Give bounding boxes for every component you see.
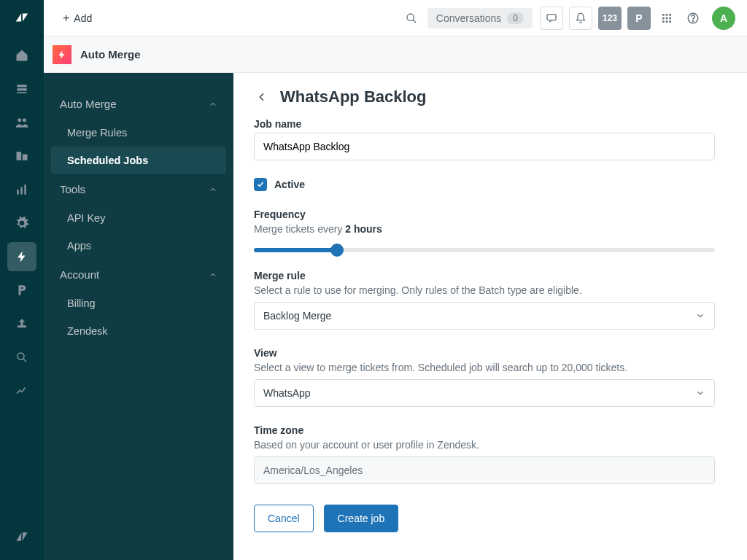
help-icon[interactable] xyxy=(681,7,705,30)
rail-reports-icon[interactable] xyxy=(7,175,36,204)
conversations-count: 0 xyxy=(507,12,524,24)
search-icon[interactable] xyxy=(400,7,423,30)
nav-item-apps[interactable]: Apps xyxy=(44,232,233,260)
active-checkbox[interactable] xyxy=(254,178,267,191)
frequency-slider[interactable] xyxy=(254,248,715,252)
nav-group-tools[interactable]: Tools xyxy=(44,174,233,204)
sidenav: Auto Merge Merge Rules Scheduled Jobs To… xyxy=(44,73,233,560)
rail-zoom-icon[interactable] xyxy=(7,343,36,372)
svg-rect-5 xyxy=(17,152,22,160)
frequency-help: Merge tickets every 2 hours xyxy=(254,223,715,235)
svg-rect-7 xyxy=(17,190,19,195)
nav-group-account[interactable]: Account xyxy=(44,260,233,289)
rail-admin-icon[interactable] xyxy=(7,209,36,238)
svg-rect-2 xyxy=(17,92,26,93)
svg-rect-12 xyxy=(547,14,556,20)
p-badge[interactable]: P xyxy=(627,7,651,30)
create-job-button[interactable]: Create job xyxy=(324,505,399,532)
rail-arrow-up-icon[interactable] xyxy=(7,309,36,338)
view-select[interactable]: WhatsApp xyxy=(254,379,715,407)
rail-p-icon[interactable] xyxy=(7,276,36,305)
slider-thumb[interactable] xyxy=(330,244,344,257)
left-rail xyxy=(0,0,44,560)
timezone-label: Time zone xyxy=(254,424,715,436)
svg-rect-14 xyxy=(666,14,668,16)
svg-rect-21 xyxy=(669,20,671,23)
svg-point-4 xyxy=(23,118,26,122)
nav-item-billing[interactable]: Billing xyxy=(44,289,233,317)
nav-item-merge-rules[interactable]: Merge Rules xyxy=(44,119,233,147)
rail-automerge-icon[interactable] xyxy=(7,242,36,271)
rail-home-icon[interactable] xyxy=(7,41,36,70)
apps-grid-icon[interactable] xyxy=(655,7,678,30)
job-name-input[interactable] xyxy=(254,133,715,160)
conversations-label: Conversations xyxy=(436,12,502,24)
nav-item-scheduled-jobs[interactable]: Scheduled Jobs xyxy=(51,147,226,174)
svg-rect-19 xyxy=(662,20,665,23)
merge-rule-select[interactable]: Backlog Merge xyxy=(254,302,715,330)
chevron-up-icon xyxy=(209,100,217,109)
timezone-help: Based on your account or user profile in… xyxy=(254,439,715,451)
chevron-up-icon xyxy=(209,185,217,194)
chat-icon[interactable] xyxy=(540,7,563,30)
notification-count-badge[interactable]: 123 xyxy=(598,7,622,30)
active-label: Active xyxy=(274,179,305,190)
svg-rect-16 xyxy=(662,17,665,19)
svg-point-3 xyxy=(18,118,21,122)
topbar: + Add Conversations 0 123 P A xyxy=(44,0,747,36)
nav-group-automerge[interactable]: Auto Merge xyxy=(44,89,233,119)
back-button[interactable] xyxy=(254,89,270,105)
chevron-down-icon xyxy=(695,388,705,398)
rail-org-icon[interactable] xyxy=(7,141,36,171)
nav-item-zendesk[interactable]: Zendesk xyxy=(44,317,233,345)
svg-point-10 xyxy=(18,353,24,359)
main-content: WhatsApp Backlog Job name Active Frequen… xyxy=(233,73,747,560)
chevron-down-icon xyxy=(695,311,705,321)
svg-rect-6 xyxy=(23,155,28,160)
automerge-app-icon xyxy=(53,45,71,64)
svg-rect-8 xyxy=(20,187,23,195)
rail-customers-icon[interactable] xyxy=(7,108,36,137)
rail-views-icon[interactable] xyxy=(7,74,36,104)
timezone-input xyxy=(254,456,715,484)
svg-rect-9 xyxy=(24,184,26,194)
merge-rule-help: Select a rule to use for merging. Only r… xyxy=(254,284,715,296)
add-button[interactable]: + Add xyxy=(55,8,99,28)
svg-rect-13 xyxy=(662,14,665,16)
view-label: View xyxy=(254,347,715,359)
zendesk-logo-icon xyxy=(12,7,32,28)
nav-item-api-key[interactable]: API Key xyxy=(44,204,233,232)
app-title: Auto Merge xyxy=(80,48,141,61)
slider-fill xyxy=(254,248,337,252)
svg-point-11 xyxy=(407,14,414,20)
cancel-button[interactable]: Cancel xyxy=(254,505,314,532)
job-name-label: Job name xyxy=(254,118,715,130)
zendesk-z-icon[interactable] xyxy=(7,522,36,551)
merge-rule-label: Merge rule xyxy=(254,270,715,281)
chevron-up-icon xyxy=(209,271,217,279)
svg-rect-18 xyxy=(669,17,671,19)
rail-trend-icon[interactable] xyxy=(7,376,36,405)
app-header: Auto Merge xyxy=(44,36,747,73)
conversations-pill[interactable]: Conversations 0 xyxy=(427,8,533,28)
page-title: WhatsApp Backlog xyxy=(280,88,426,106)
svg-rect-17 xyxy=(666,17,668,19)
view-help: Select a view to merge tickets from. Sch… xyxy=(254,362,715,373)
svg-point-23 xyxy=(692,20,693,21)
svg-rect-1 xyxy=(17,88,26,90)
plus-icon: + xyxy=(63,12,69,24)
frequency-label: Frequency xyxy=(254,209,715,220)
svg-rect-20 xyxy=(666,20,668,23)
svg-rect-15 xyxy=(669,14,671,16)
add-label: Add xyxy=(74,12,92,24)
svg-rect-0 xyxy=(17,85,26,87)
avatar[interactable]: A xyxy=(712,7,735,30)
bell-icon[interactable] xyxy=(569,7,592,30)
